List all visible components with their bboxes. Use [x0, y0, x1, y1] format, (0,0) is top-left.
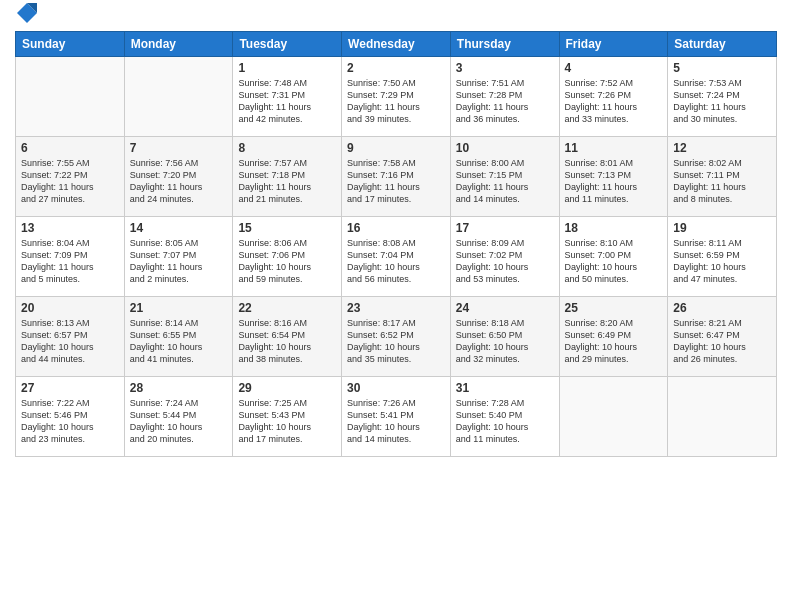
cell-content: Sunrise: 8:16 AM Sunset: 6:54 PM Dayligh…: [238, 317, 336, 366]
calendar-cell: 9Sunrise: 7:58 AM Sunset: 7:16 PM Daylig…: [342, 137, 451, 217]
cell-content: Sunrise: 8:00 AM Sunset: 7:15 PM Dayligh…: [456, 157, 554, 206]
calendar-cell: 16Sunrise: 8:08 AM Sunset: 7:04 PM Dayli…: [342, 217, 451, 297]
col-header-wednesday: Wednesday: [342, 32, 451, 57]
col-header-monday: Monday: [124, 32, 233, 57]
day-number: 25: [565, 301, 663, 315]
cell-content: Sunrise: 7:28 AM Sunset: 5:40 PM Dayligh…: [456, 397, 554, 446]
calendar-cell: 4Sunrise: 7:52 AM Sunset: 7:26 PM Daylig…: [559, 57, 668, 137]
day-number: 21: [130, 301, 228, 315]
day-number: 17: [456, 221, 554, 235]
calendar-cell: [559, 377, 668, 457]
logo: [15, 15, 37, 23]
cell-content: Sunrise: 8:13 AM Sunset: 6:57 PM Dayligh…: [21, 317, 119, 366]
cell-content: Sunrise: 8:14 AM Sunset: 6:55 PM Dayligh…: [130, 317, 228, 366]
calendar-cell: 11Sunrise: 8:01 AM Sunset: 7:13 PM Dayli…: [559, 137, 668, 217]
col-header-sunday: Sunday: [16, 32, 125, 57]
cell-content: Sunrise: 7:58 AM Sunset: 7:16 PM Dayligh…: [347, 157, 445, 206]
cell-content: Sunrise: 8:21 AM Sunset: 6:47 PM Dayligh…: [673, 317, 771, 366]
cell-content: Sunrise: 7:55 AM Sunset: 7:22 PM Dayligh…: [21, 157, 119, 206]
cell-content: Sunrise: 7:48 AM Sunset: 7:31 PM Dayligh…: [238, 77, 336, 126]
day-number: 19: [673, 221, 771, 235]
day-number: 22: [238, 301, 336, 315]
cell-content: Sunrise: 8:17 AM Sunset: 6:52 PM Dayligh…: [347, 317, 445, 366]
calendar-cell: 19Sunrise: 8:11 AM Sunset: 6:59 PM Dayli…: [668, 217, 777, 297]
calendar-cell: 12Sunrise: 8:02 AM Sunset: 7:11 PM Dayli…: [668, 137, 777, 217]
cell-content: Sunrise: 7:53 AM Sunset: 7:24 PM Dayligh…: [673, 77, 771, 126]
day-number: 11: [565, 141, 663, 155]
calendar-cell: 18Sunrise: 8:10 AM Sunset: 7:00 PM Dayli…: [559, 217, 668, 297]
day-number: 24: [456, 301, 554, 315]
col-header-tuesday: Tuesday: [233, 32, 342, 57]
day-number: 20: [21, 301, 119, 315]
calendar-row-1: 6Sunrise: 7:55 AM Sunset: 7:22 PM Daylig…: [16, 137, 777, 217]
calendar-cell: 3Sunrise: 7:51 AM Sunset: 7:28 PM Daylig…: [450, 57, 559, 137]
calendar-cell: 13Sunrise: 8:04 AM Sunset: 7:09 PM Dayli…: [16, 217, 125, 297]
calendar-cell: 8Sunrise: 7:57 AM Sunset: 7:18 PM Daylig…: [233, 137, 342, 217]
cell-content: Sunrise: 7:52 AM Sunset: 7:26 PM Dayligh…: [565, 77, 663, 126]
day-number: 3: [456, 61, 554, 75]
calendar-cell: 17Sunrise: 8:09 AM Sunset: 7:02 PM Dayli…: [450, 217, 559, 297]
cell-content: Sunrise: 7:24 AM Sunset: 5:44 PM Dayligh…: [130, 397, 228, 446]
cell-content: Sunrise: 7:57 AM Sunset: 7:18 PM Dayligh…: [238, 157, 336, 206]
day-number: 4: [565, 61, 663, 75]
calendar-cell: [668, 377, 777, 457]
cell-content: Sunrise: 7:50 AM Sunset: 7:29 PM Dayligh…: [347, 77, 445, 126]
calendar-cell: 25Sunrise: 8:20 AM Sunset: 6:49 PM Dayli…: [559, 297, 668, 377]
cell-content: Sunrise: 8:04 AM Sunset: 7:09 PM Dayligh…: [21, 237, 119, 286]
calendar-cell: 29Sunrise: 7:25 AM Sunset: 5:43 PM Dayli…: [233, 377, 342, 457]
cell-content: Sunrise: 8:02 AM Sunset: 7:11 PM Dayligh…: [673, 157, 771, 206]
calendar-row-4: 27Sunrise: 7:22 AM Sunset: 5:46 PM Dayli…: [16, 377, 777, 457]
calendar-cell: 30Sunrise: 7:26 AM Sunset: 5:41 PM Dayli…: [342, 377, 451, 457]
cell-content: Sunrise: 7:56 AM Sunset: 7:20 PM Dayligh…: [130, 157, 228, 206]
calendar-cell: 23Sunrise: 8:17 AM Sunset: 6:52 PM Dayli…: [342, 297, 451, 377]
calendar-cell: 5Sunrise: 7:53 AM Sunset: 7:24 PM Daylig…: [668, 57, 777, 137]
calendar-cell: 21Sunrise: 8:14 AM Sunset: 6:55 PM Dayli…: [124, 297, 233, 377]
day-number: 27: [21, 381, 119, 395]
cell-content: Sunrise: 8:10 AM Sunset: 7:00 PM Dayligh…: [565, 237, 663, 286]
calendar-cell: 2Sunrise: 7:50 AM Sunset: 7:29 PM Daylig…: [342, 57, 451, 137]
calendar-row-2: 13Sunrise: 8:04 AM Sunset: 7:09 PM Dayli…: [16, 217, 777, 297]
cell-content: Sunrise: 8:05 AM Sunset: 7:07 PM Dayligh…: [130, 237, 228, 286]
calendar-cell: 7Sunrise: 7:56 AM Sunset: 7:20 PM Daylig…: [124, 137, 233, 217]
col-header-saturday: Saturday: [668, 32, 777, 57]
calendar-cell: 31Sunrise: 7:28 AM Sunset: 5:40 PM Dayli…: [450, 377, 559, 457]
day-number: 1: [238, 61, 336, 75]
day-number: 15: [238, 221, 336, 235]
col-header-friday: Friday: [559, 32, 668, 57]
cell-content: Sunrise: 8:20 AM Sunset: 6:49 PM Dayligh…: [565, 317, 663, 366]
day-number: 31: [456, 381, 554, 395]
calendar-cell: 20Sunrise: 8:13 AM Sunset: 6:57 PM Dayli…: [16, 297, 125, 377]
day-number: 2: [347, 61, 445, 75]
day-number: 9: [347, 141, 445, 155]
calendar-cell: 15Sunrise: 8:06 AM Sunset: 7:06 PM Dayli…: [233, 217, 342, 297]
day-number: 6: [21, 141, 119, 155]
day-number: 10: [456, 141, 554, 155]
day-number: 12: [673, 141, 771, 155]
day-number: 18: [565, 221, 663, 235]
day-number: 23: [347, 301, 445, 315]
calendar-row-3: 20Sunrise: 8:13 AM Sunset: 6:57 PM Dayli…: [16, 297, 777, 377]
day-number: 8: [238, 141, 336, 155]
header: [15, 10, 777, 23]
day-number: 14: [130, 221, 228, 235]
day-number: 29: [238, 381, 336, 395]
header-row: SundayMondayTuesdayWednesdayThursdayFrid…: [16, 32, 777, 57]
day-number: 16: [347, 221, 445, 235]
day-number: 7: [130, 141, 228, 155]
calendar-cell: 27Sunrise: 7:22 AM Sunset: 5:46 PM Dayli…: [16, 377, 125, 457]
calendar-cell: 10Sunrise: 8:00 AM Sunset: 7:15 PM Dayli…: [450, 137, 559, 217]
cell-content: Sunrise: 8:09 AM Sunset: 7:02 PM Dayligh…: [456, 237, 554, 286]
calendar-cell: 22Sunrise: 8:16 AM Sunset: 6:54 PM Dayli…: [233, 297, 342, 377]
day-number: 13: [21, 221, 119, 235]
calendar-cell: 6Sunrise: 7:55 AM Sunset: 7:22 PM Daylig…: [16, 137, 125, 217]
cell-content: Sunrise: 8:01 AM Sunset: 7:13 PM Dayligh…: [565, 157, 663, 206]
cell-content: Sunrise: 8:18 AM Sunset: 6:50 PM Dayligh…: [456, 317, 554, 366]
calendar-row-0: 1Sunrise: 7:48 AM Sunset: 7:31 PM Daylig…: [16, 57, 777, 137]
day-number: 30: [347, 381, 445, 395]
cell-content: Sunrise: 7:26 AM Sunset: 5:41 PM Dayligh…: [347, 397, 445, 446]
calendar-table: SundayMondayTuesdayWednesdayThursdayFrid…: [15, 31, 777, 457]
calendar-cell: 28Sunrise: 7:24 AM Sunset: 5:44 PM Dayli…: [124, 377, 233, 457]
cell-content: Sunrise: 7:22 AM Sunset: 5:46 PM Dayligh…: [21, 397, 119, 446]
cell-content: Sunrise: 8:11 AM Sunset: 6:59 PM Dayligh…: [673, 237, 771, 286]
cell-content: Sunrise: 7:25 AM Sunset: 5:43 PM Dayligh…: [238, 397, 336, 446]
